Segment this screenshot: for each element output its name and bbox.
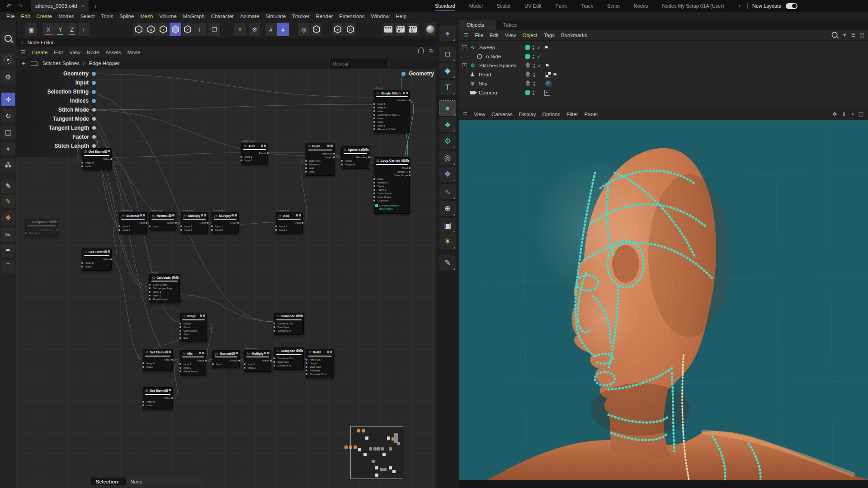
node-loop-carried-value[interactable]: ⊟ Loop Carried ValueFinalVariable 1Outer… bbox=[374, 157, 410, 214]
viewport-menu-options[interactable]: Options bbox=[542, 112, 560, 117]
input-port-index[interactable]: Index bbox=[82, 265, 111, 268]
node-build[interactable]: ⊟ BuildArray OutLengthData TypeElementsA… bbox=[306, 143, 335, 176]
auto-mode-button[interactable]: A bbox=[344, 22, 357, 37]
input-port-length[interactable]: Length bbox=[307, 361, 334, 365]
input-port-outer-scope[interactable]: Outer Scope bbox=[374, 192, 410, 195]
menu-spline[interactable]: Spline bbox=[119, 14, 134, 19]
snap-enable-button[interactable]: ◎ bbox=[297, 22, 310, 37]
input-port-data-type[interactable]: Data Type bbox=[26, 231, 57, 235]
output-port-geometry[interactable]: Geometry bbox=[342, 155, 369, 159]
output-port-result[interactable]: Result bbox=[241, 151, 268, 155]
input-port-input-2[interactable]: Input 2 bbox=[212, 228, 238, 232]
list-icon[interactable]: ☰ bbox=[851, 32, 856, 38]
generator-gear-icon[interactable]: ⚙ bbox=[439, 134, 456, 149]
search-icon[interactable] bbox=[831, 32, 837, 38]
coord-system-button[interactable]: ↑ bbox=[77, 22, 90, 37]
sky-material-icon[interactable] bbox=[545, 80, 552, 87]
graph-input-indices[interactable]: Indices bbox=[28, 98, 96, 104]
torus-field-icon[interactable]: ◎ bbox=[439, 150, 456, 165]
texture-mode-button[interactable]: ❐ bbox=[208, 22, 221, 37]
object-manager-menu-object[interactable]: Object bbox=[522, 33, 537, 38]
render-view-button[interactable] bbox=[382, 22, 395, 37]
render-settings-button[interactable]: ⚙ bbox=[406, 22, 419, 37]
output-port-value[interactable]: Value bbox=[143, 396, 172, 400]
graph-input-stitch-mode[interactable]: Stitch Mode bbox=[28, 107, 96, 113]
node-get-element[interactable]: ⊟ Get ElementValueArray InIndex bbox=[82, 148, 112, 170]
object-manager-menu-edit[interactable]: Edit bbox=[490, 33, 499, 38]
workspace-tab-script[interactable]: Script bbox=[607, 3, 620, 9]
node-calculate-stitch-len[interactable]: Groupƒx Calculate Stitch Len…Stitch Leng… bbox=[149, 274, 180, 303]
visibility-dots[interactable] bbox=[533, 82, 535, 86]
menu-create[interactable]: Create bbox=[36, 14, 52, 19]
document-tab[interactable]: stitches_0003.c4d × bbox=[31, 0, 89, 12]
cube-primitive-icon[interactable]: ◆ bbox=[439, 63, 456, 78]
polygon-pen-tool[interactable]: ❖ bbox=[1, 211, 15, 225]
input-port-index[interactable]: Index bbox=[82, 164, 111, 168]
input-port-array-out[interactable]: Array Out bbox=[307, 358, 334, 361]
live-selection-tool[interactable]: ➤ bbox=[1, 53, 15, 66]
model-mode-button[interactable] bbox=[169, 22, 182, 37]
texture-tag-icon[interactable] bbox=[545, 72, 551, 78]
visibility-dots[interactable] bbox=[533, 55, 534, 59]
graph-input-input[interactable]: Input bbox=[28, 80, 96, 86]
input-port-data-type[interactable]: Data Type bbox=[274, 360, 303, 364]
input-port-input-1[interactable]: Input 1 bbox=[245, 362, 271, 366]
output-port-result[interactable]: Result bbox=[150, 221, 176, 225]
input-port-input[interactable]: Input bbox=[213, 362, 239, 366]
menu-select[interactable]: Select bbox=[80, 14, 94, 19]
point-generator-icon[interactable]: ● bbox=[439, 101, 456, 116]
input-port-index[interactable]: Index bbox=[143, 365, 172, 369]
node-multiply[interactable]: Arithmeticƒx MultiplyResultInput 1Input … bbox=[181, 212, 208, 234]
output-port-result[interactable]: Result bbox=[181, 221, 208, 225]
menu-help[interactable]: Help bbox=[396, 14, 407, 19]
node-editor-menu-mode[interactable]: Mode bbox=[127, 50, 141, 55]
node-multiply[interactable]: Arithmeticƒx MultiplyResultInput 1Input … bbox=[244, 350, 271, 372]
input-port-input-1[interactable]: Input 1 bbox=[276, 225, 302, 228]
x-axis-button[interactable]: X bbox=[42, 22, 55, 37]
input-port-data-type[interactable]: Data Type bbox=[274, 325, 303, 329]
graph-input-factor[interactable]: Factor bbox=[28, 134, 96, 140]
node-get-element[interactable]: ⊟ Get ElementValueArray InIndex bbox=[143, 387, 173, 409]
node-editor-menu-node[interactable]: Node bbox=[87, 50, 99, 55]
node-compose-container[interactable]: ⊟ Compose ContainerContainer O…Data Type bbox=[25, 219, 58, 237]
input-port-initial[interactable]: Initial bbox=[374, 177, 410, 181]
edges-mode-button[interactable]: ∪ bbox=[145, 22, 157, 37]
camera-target-icon[interactable] bbox=[544, 90, 550, 96]
workplane-button[interactable]: ▣ bbox=[25, 22, 38, 37]
menu-tracker[interactable]: Tracker bbox=[292, 14, 310, 19]
node-subtract[interactable]: Arithmeticƒx SubtractResultInput 1Input … bbox=[119, 212, 147, 234]
graph-output-port[interactable]: Geometry bbox=[401, 70, 434, 77]
object-manager-menu-file[interactable]: File bbox=[475, 33, 483, 38]
input-port-input-1[interactable]: Input 1 bbox=[212, 225, 238, 228]
navigator-minimap[interactable] bbox=[350, 426, 403, 479]
zoom-updown-icon[interactable]: ⇕ bbox=[841, 111, 846, 117]
output-port-result[interactable]: Result bbox=[119, 221, 146, 225]
multi-move-tool[interactable]: ⁂ bbox=[1, 159, 15, 172]
panel-icon[interactable]: ◫ bbox=[860, 32, 864, 38]
transform-tool[interactable]: ⌖ bbox=[1, 142, 15, 156]
node-mix[interactable]: ƒx MixResultInput 1Input 2Blend Factor bbox=[180, 350, 206, 375]
check-icon[interactable]: ✓ bbox=[538, 63, 543, 68]
object-row-n-side[interactable]: n-Side✓ bbox=[469, 52, 501, 61]
output-port-variable-1[interactable]: Variable 1 bbox=[374, 99, 410, 102]
object-manager-menu-tags[interactable]: Tags bbox=[544, 33, 555, 38]
output-port-value[interactable]: Value bbox=[143, 358, 172, 361]
output-port-value[interactable]: Value bbox=[82, 258, 111, 261]
redo-icon[interactable]: ↷ bbox=[18, 3, 23, 9]
input-port-count[interactable]: Count bbox=[180, 325, 207, 329]
menu-tools[interactable]: Tools bbox=[101, 14, 113, 19]
input-port-container-out[interactable]: Container Out bbox=[274, 322, 303, 325]
axis-locator-icon[interactable]: ⌖ bbox=[439, 26, 456, 41]
node-normalize[interactable]: ƒx NormalizeResultInput bbox=[212, 350, 240, 368]
filter-icon[interactable]: ▼ bbox=[842, 32, 847, 38]
workspace-tab-uv-edit[interactable]: UV Edit bbox=[524, 3, 541, 9]
workspace-tab-model[interactable]: Model bbox=[469, 3, 483, 9]
input-port-input-2[interactable]: Input 2 bbox=[245, 366, 271, 370]
workspace-tab-paint[interactable]: Paint bbox=[556, 3, 567, 9]
tag-icon[interactable]: ⚑ bbox=[544, 45, 549, 51]
output-port-final[interactable]: Final bbox=[374, 166, 410, 170]
enabled-state-icon[interactable] bbox=[525, 45, 530, 50]
node-editor-menu-create[interactable]: Create bbox=[32, 50, 48, 55]
menu-character[interactable]: Character bbox=[211, 14, 234, 19]
input-port-outer-scope[interactable]: Outer Scope bbox=[180, 329, 207, 333]
